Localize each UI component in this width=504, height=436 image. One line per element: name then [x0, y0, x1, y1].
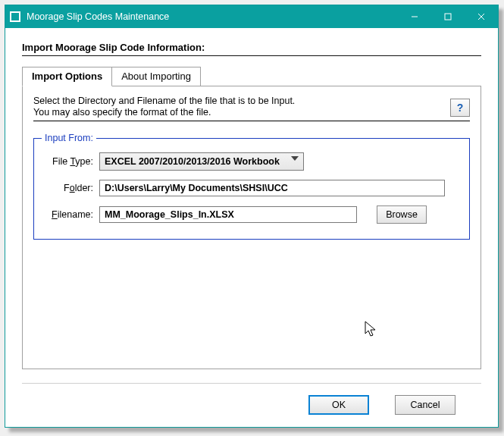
help-button[interactable]: ? [450, 99, 470, 117]
close-icon [477, 13, 485, 20]
tab-strip: Import Options About Importing [22, 67, 481, 86]
window-title: Moorage Slip Codes Maintenance [27, 11, 398, 22]
tab-about-importing[interactable]: About Importing [111, 67, 201, 86]
help-icon: ? [457, 102, 464, 114]
label-file-type: File Type: [48, 156, 99, 167]
titlebar: Moorage Slip Codes Maintenance [5, 5, 498, 28]
browse-button[interactable]: Browse [377, 205, 427, 224]
instructions-line1: Select the Directory and Filename of the… [33, 96, 470, 106]
folder-input[interactable] [99, 180, 445, 196]
minimize-button[interactable] [398, 5, 431, 28]
label-filename: Filename: [48, 209, 99, 220]
chevron-down-icon [291, 156, 299, 161]
cancel-button[interactable]: Cancel [395, 395, 455, 415]
tab-import-options[interactable]: Import Options [22, 67, 112, 86]
page-header: Import Moorage Slip Code Information: [22, 42, 481, 56]
close-button[interactable] [465, 5, 498, 28]
minimize-icon [411, 13, 418, 20]
divider [33, 121, 470, 121]
instructions-text: Select the Directory and Filename of the… [33, 96, 470, 118]
file-type-select[interactable]: EXCEL 2007/2010/2013/2016 Workbook [99, 152, 304, 171]
app-icon [10, 11, 20, 22]
filename-input[interactable] [99, 206, 357, 223]
maximize-button[interactable] [431, 5, 465, 28]
fieldset-input-from: Input From: File Type: EXCEL 2007/2010/2… [33, 138, 470, 240]
maximize-icon [444, 13, 452, 20]
svg-rect-1 [445, 14, 451, 20]
file-type-value: EXCEL 2007/2010/2013/2016 Workbook [105, 156, 280, 167]
instructions-line2: You may also specify the format of the f… [33, 107, 470, 118]
fieldset-legend: Input From: [42, 133, 96, 143]
ok-button[interactable]: OK [308, 395, 369, 415]
dialog-buttons: OK Cancel [22, 383, 481, 415]
window-frame: Moorage Slip Codes Maintenance Import Mo… [5, 5, 499, 428]
label-folder: Folder: [48, 183, 99, 193]
client-area: Import Moorage Slip Code Information: Im… [5, 28, 498, 427]
tab-panel-import: Select the Directory and Filename of the… [22, 86, 481, 369]
